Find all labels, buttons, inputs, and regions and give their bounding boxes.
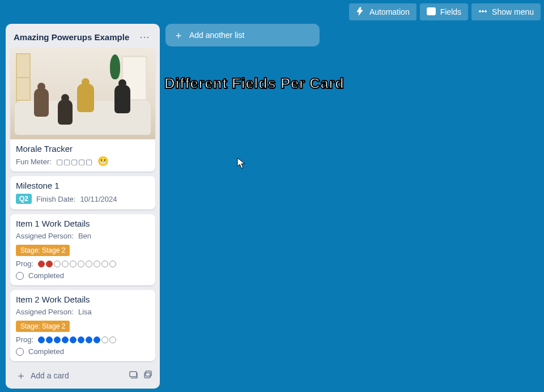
stage-badge: Stage: Stage 2 <box>16 245 70 256</box>
fun-meter-boxes: ▢▢▢▢▢ <box>56 157 93 166</box>
lightning-icon <box>356 7 365 18</box>
assigned-person-label: Assigned Person: <box>16 308 74 316</box>
progress-dot <box>101 261 108 267</box>
list-title[interactable]: Amazing Powerups Example <box>14 32 129 42</box>
progress-dot <box>62 336 69 343</box>
progress-dot <box>62 261 69 267</box>
card-cover-image <box>10 48 155 139</box>
card-title: Item 1 Work Details <box>16 219 150 228</box>
show-menu-label: Show menu <box>492 7 534 16</box>
progress-dot <box>70 261 76 267</box>
assigned-person-label: Assigned Person: <box>16 232 74 240</box>
completed-label: Completed <box>28 271 64 280</box>
completed-checkbox-icon[interactable] <box>16 348 24 356</box>
svg-point-5 <box>485 10 487 12</box>
card-from-template-icon[interactable] <box>144 370 153 381</box>
progress-dot <box>54 261 61 267</box>
card-milestone-1[interactable]: Milestone 1 Q2 Finish Date: 10/11/2024 <box>10 176 155 210</box>
card-title: Morale Tracker <box>16 144 150 154</box>
svg-point-4 <box>482 10 484 12</box>
progress-label: Prog: <box>16 259 33 268</box>
show-menu-button[interactable]: Show menu <box>471 3 541 20</box>
automation-label: Automation <box>369 7 410 16</box>
board-header: Automation Fields Show menu <box>349 3 541 20</box>
progress-dot <box>94 261 100 267</box>
assigned-person-value: Lisa <box>78 308 92 316</box>
progress-dot <box>70 336 76 343</box>
stage-badge: Stage: Stage 2 <box>16 321 70 332</box>
plus-icon: ＋ <box>16 370 26 381</box>
fields-button[interactable]: Fields <box>420 3 468 20</box>
card-title: Milestone 1 <box>16 181 150 190</box>
completed-checkbox-icon[interactable] <box>16 272 24 280</box>
list-amazing-powerups: Amazing Powerups Example ⋯ <box>6 24 160 389</box>
progress-dot <box>109 261 116 267</box>
add-card-label: Add a card <box>31 371 69 380</box>
progress-dot <box>86 261 92 267</box>
card-title: Item 2 Work Details <box>16 295 150 304</box>
progress-dot <box>78 261 84 267</box>
svg-point-3 <box>479 10 481 12</box>
progress-dot <box>54 336 61 343</box>
card-item-1-work-details[interactable]: Item 1 Work Details Assigned Person: Ben… <box>10 214 155 286</box>
dots-icon <box>478 7 487 18</box>
progress-dot <box>38 336 45 343</box>
progress-label: Prog: <box>16 335 33 344</box>
assigned-person-value: Ben <box>78 232 91 240</box>
progress-dot <box>46 261 53 267</box>
progress-dot <box>38 261 45 267</box>
finish-date-value: 10/11/2024 <box>80 195 117 203</box>
svg-rect-6 <box>130 372 137 377</box>
progress-dot <box>94 336 100 343</box>
plus-icon: ＋ <box>173 28 184 42</box>
add-list-button[interactable]: ＋ Add another list <box>165 24 320 46</box>
add-card-button[interactable]: ＋ Add a card <box>12 368 73 383</box>
progress-dot <box>109 336 116 343</box>
fields-label: Fields <box>440 7 461 16</box>
progress-dot <box>46 336 53 343</box>
completed-label: Completed <box>28 347 64 356</box>
progress-dot <box>78 336 84 343</box>
finish-date-label: Finish Date: <box>36 195 75 203</box>
overlay-title: Different Fields Per Card <box>164 75 344 92</box>
list-icon <box>427 7 436 18</box>
add-list-label: Add another list <box>189 31 244 40</box>
progress-dot <box>101 336 108 343</box>
card-item-2-work-details[interactable]: Item 2 Work Details Assigned Person: Lis… <box>10 290 155 361</box>
progress-dots <box>38 336 116 343</box>
grimace-emoji-icon: 😬 <box>97 157 109 166</box>
quarter-badge: Q2 <box>16 194 32 204</box>
progress-dot <box>86 336 92 343</box>
card-morale-tracker[interactable]: Morale Tracker Fun Meter: ▢▢▢▢▢ 😬 <box>10 48 155 172</box>
progress-dots <box>38 261 116 267</box>
svg-rect-0 <box>427 8 435 15</box>
board-canvas: Automation Fields Show menu Amazing Powe… <box>0 0 544 392</box>
list-menu-button[interactable]: ⋯ <box>137 31 152 43</box>
fun-meter-label: Fun Meter: <box>16 157 52 166</box>
template-icon[interactable] <box>129 370 138 381</box>
automation-button[interactable]: Automation <box>349 3 416 20</box>
